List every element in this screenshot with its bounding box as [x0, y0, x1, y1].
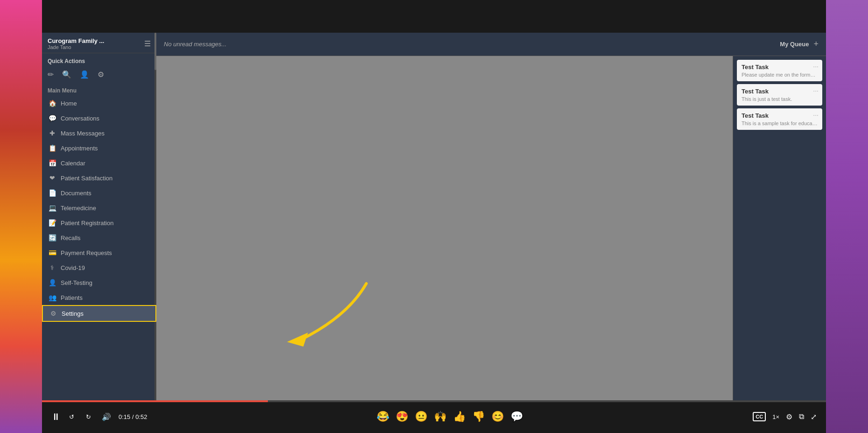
self-testing-icon: 👤	[49, 279, 56, 286]
sidebar-item-payment-requests[interactable]: 💳 Payment Requests	[42, 245, 156, 260]
svg-marker-0	[287, 333, 308, 347]
compose-icon[interactable]: ✏	[48, 70, 54, 79]
queue-card-3[interactable]: ··· Test Task This is a sample task for …	[737, 108, 822, 130]
sidebar-item-label: Home	[61, 100, 77, 107]
sidebar-item-appointments[interactable]: 📋 Appointments	[42, 141, 156, 156]
total-time: 0:52	[135, 413, 147, 420]
progress-fill	[42, 400, 268, 402]
sidebar-item-self-testing[interactable]: 👤 Self-Testing	[42, 275, 156, 290]
my-queue-label: My Queue	[780, 41, 809, 48]
sidebar-item-telemedicine[interactable]: 💻 Telemedicine	[42, 200, 156, 215]
sidebar-item-patient-registration[interactable]: 📝 Patient Registration	[42, 215, 156, 230]
queue-card-desc-1: Please update me on the forms I requeste…	[742, 72, 818, 78]
sidebar-item-covid[interactable]: ⚕ Covid-19	[42, 260, 156, 275]
svg-text:↻: ↻	[86, 413, 91, 420]
controls-right: CC 1× ⚙ ⧉ ⤢	[753, 412, 817, 421]
sidebar-item-label: Payment Requests	[61, 249, 112, 256]
speed-button[interactable]: 1×	[772, 413, 779, 420]
queue-card-menu-3[interactable]: ···	[813, 111, 819, 119]
queue-card-desc-3: This is a sample task for educational pu…	[742, 121, 818, 126]
emoji-thumbsup-button[interactable]: 👍	[453, 411, 466, 423]
telemedicine-icon: 💻	[49, 204, 56, 212]
progress-bar[interactable]	[42, 400, 826, 402]
sidebar-header: Curogram Family ... Jade Tano ☰	[42, 33, 156, 53]
covid-icon: ⚕	[49, 264, 56, 271]
sidebar-item-patient-satisfaction[interactable]: ❤ Patient Satisfaction	[42, 170, 156, 185]
sidebar-item-label: Patient Registration	[61, 220, 113, 227]
sidebar-item-label: Calendar	[61, 160, 85, 167]
queue-card-2[interactable]: ··· Test Task This is just a test task.	[737, 84, 822, 106]
patients-icon: 👥	[49, 294, 56, 301]
calendar-icon: 📅	[49, 159, 56, 167]
menu-toggle-icon[interactable]: ☰	[144, 39, 151, 48]
registration-icon: 📝	[49, 219, 56, 227]
documents-icon: 📄	[49, 189, 56, 197]
sidebar: Curogram Family ... Jade Tano ☰ Quick Ac…	[42, 33, 156, 400]
emoji-cheer-button[interactable]: 🙌	[434, 411, 447, 423]
forward-button[interactable]: ↻	[85, 412, 94, 421]
video-container: Curogram Family ... Jade Tano ☰ Quick Ac…	[42, 0, 826, 433]
queue-card-1[interactable]: ··· Test Task Please update me on the fo…	[737, 60, 822, 81]
cc-button[interactable]: CC	[753, 412, 766, 421]
conversations-icon: 💬	[49, 114, 56, 122]
time-display: 0:15 / 0:52	[119, 413, 147, 420]
main-menu-label: Main Menu	[42, 84, 156, 96]
controls-left: ⏸ ↺ ↻ 🔊 0:15 / 0:52	[51, 412, 147, 422]
sidebar-item-label: Appointments	[61, 145, 98, 152]
sidebar-item-conversations[interactable]: 💬 Conversations	[42, 111, 156, 126]
sidebar-item-home[interactable]: 🏠 Home	[42, 96, 156, 111]
rewind-button[interactable]: ↺	[68, 412, 77, 421]
quick-action-icons: ✏ 🔍 👤 ⚙	[42, 67, 156, 84]
home-icon: 🏠	[49, 99, 56, 107]
sidebar-settings-label: Settings	[62, 310, 84, 317]
current-time: 0:15	[119, 413, 130, 420]
content-body: ··· Test Task Please update me on the fo…	[156, 56, 826, 400]
sidebar-item-settings[interactable]: ⚙ Settings	[42, 305, 156, 322]
pip-button[interactable]: ⧉	[799, 412, 804, 421]
settings-icon: ⚙	[49, 310, 57, 317]
sidebar-item-label: Patient Satisfaction	[61, 175, 112, 182]
sidebar-item-recalls[interactable]: 🔄 Recalls	[42, 230, 156, 245]
queue-card-menu-1[interactable]: ···	[813, 63, 819, 70]
play-pause-button[interactable]: ⏸	[51, 412, 61, 422]
queue-card-title-3: Test Task	[742, 112, 818, 119]
emoji-thumbsdown-button[interactable]: 👎	[472, 411, 485, 423]
sidebar-item-label: Conversations	[61, 115, 99, 122]
sidebar-brand: Curogram Family ... Jade Tano	[48, 37, 104, 50]
sidebar-item-documents[interactable]: 📄 Documents	[42, 185, 156, 200]
sidebar-item-patients[interactable]: 👥 Patients	[42, 290, 156, 305]
queue-card-title-1: Test Task	[742, 64, 818, 71]
content-area: No unread messages... My Queue +	[156, 33, 826, 400]
controls-center: 😂 😍 😐 🙌 👍 👎 😊 💬	[377, 411, 523, 423]
svg-text:↺: ↺	[69, 413, 74, 420]
sidebar-item-calendar[interactable]: 📅 Calendar	[42, 156, 156, 170]
left-border	[0, 0, 42, 433]
sidebar-item-label: Telemedicine	[61, 205, 96, 212]
no-messages-text: No unread messages...	[164, 41, 226, 48]
sidebar-item-label: Recalls	[61, 234, 81, 241]
fullscreen-button[interactable]: ⤢	[811, 412, 817, 421]
filter-icon[interactable]: ⚙	[98, 70, 104, 79]
sidebar-item-mass-messages[interactable]: ✚ Mass Messages	[42, 126, 156, 141]
heart-icon: ❤	[49, 174, 56, 182]
emoji-chat-button[interactable]: 💬	[511, 411, 523, 423]
emoji-laugh-button[interactable]: 😂	[377, 411, 389, 423]
sidebar-item-label: Mass Messages	[61, 130, 105, 137]
user-name: Jade Tano	[48, 44, 104, 50]
volume-button[interactable]: 🔊	[102, 412, 111, 421]
emoji-neutral-button[interactable]: 😐	[415, 411, 427, 423]
settings-button[interactable]: ⚙	[786, 412, 792, 421]
top-bar	[42, 0, 826, 33]
add-patient-icon[interactable]: 👤	[80, 70, 89, 79]
quick-actions-label: Quick Actions	[42, 53, 156, 67]
video-controls-bar: ⏸ ↺ ↻ 🔊 0:15 / 0:52 😂 😍 😐 🙌 👍 👎 😊 💬	[42, 400, 826, 433]
emoji-smile-button[interactable]: 😊	[491, 411, 504, 423]
sidebar-item-label: Documents	[61, 190, 91, 197]
queue-card-desc-2: This is just a test task.	[742, 96, 818, 102]
queue-card-menu-2[interactable]: ···	[813, 87, 819, 94]
main-area: Curogram Family ... Jade Tano ☰ Quick Ac…	[42, 33, 826, 400]
queue-add-button[interactable]: +	[813, 39, 819, 49]
payment-icon: 💳	[49, 249, 56, 256]
emoji-love-button[interactable]: 😍	[396, 411, 408, 423]
search-icon[interactable]: 🔍	[62, 70, 71, 79]
